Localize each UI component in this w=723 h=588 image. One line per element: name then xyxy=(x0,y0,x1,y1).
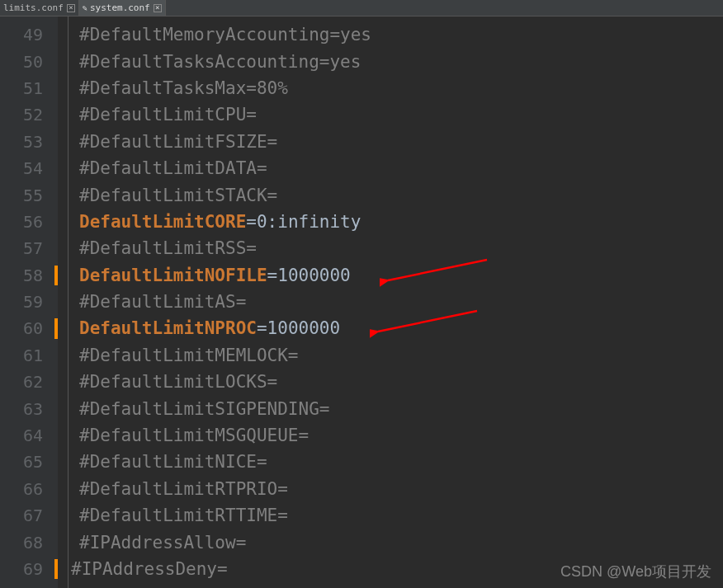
comment-text: #DefaultLimitAS= xyxy=(79,292,246,312)
editor-area[interactable]: 4950515253545556575859606162636465666768… xyxy=(0,16,723,588)
line-number: 62 xyxy=(0,369,58,395)
line-number: 64 xyxy=(0,422,58,449)
line-number: 66 xyxy=(0,476,58,502)
line-number: 50 xyxy=(0,48,58,74)
code-line[interactable]: #DefaultLimitMSGQUEUE= xyxy=(79,422,723,449)
comment-text: #DefaultLimitSTACK= xyxy=(79,186,277,205)
comment-text: #IPAddressAllow= xyxy=(79,533,246,553)
comment-text: #DefaultLimitNICE= xyxy=(79,452,267,472)
equals-sign: = xyxy=(246,212,257,232)
line-number: 52 xyxy=(0,101,58,128)
code-line[interactable]: #DefaultTasksAccounting=yes xyxy=(79,48,723,74)
code-line[interactable]: #DefaultTasksMax=80% xyxy=(79,75,723,101)
comment-text: #DefaultMemoryAccounting=yes xyxy=(79,25,371,45)
line-number: 67 xyxy=(0,502,58,529)
comment-text: #DefaultLimitLOCKS= xyxy=(79,372,277,392)
comment-text: #DefaultTasksMax=80% xyxy=(79,78,288,98)
comment-text: #DefaultLimitRTTIME= xyxy=(79,506,288,525)
line-number: 49 xyxy=(0,21,58,48)
watermark: CSDN @Web项目开发 xyxy=(560,562,711,581)
comment-text: #DefaultLimitCPU= xyxy=(79,105,257,125)
line-number: 60 xyxy=(0,315,58,341)
comment-text: #DefaultLimitMEMLOCK= xyxy=(79,346,299,365)
config-value: 0:infinity xyxy=(257,212,361,232)
code-line[interactable]: #DefaultLimitSTACK= xyxy=(79,181,723,208)
code-line[interactable]: DefaultLimitCORE=0:infinity xyxy=(79,209,723,235)
line-number: 69 xyxy=(0,556,58,582)
tab-limits-conf[interactable]: limits.conf × xyxy=(0,0,79,16)
code-line[interactable]: #DefaultLimitAS= xyxy=(79,289,723,315)
config-key: DefaultLimitCORE xyxy=(79,212,246,232)
comment-text: #DefaultLimitSIGPENDING= xyxy=(79,399,329,419)
code-line[interactable]: #DefaultLimitRTPRIO= xyxy=(79,476,723,502)
line-number: 53 xyxy=(0,129,58,155)
code-line[interactable]: #DefaultLimitSIGPENDING= xyxy=(79,395,723,421)
config-value: 1000000 xyxy=(267,318,341,338)
equals-sign: = xyxy=(257,318,267,338)
line-number: 57 xyxy=(0,235,58,261)
line-number: 55 xyxy=(0,181,58,208)
close-icon[interactable]: × xyxy=(67,4,75,12)
comment-text: #IPAddressDeny= xyxy=(71,559,228,579)
comment-text: #DefaultLimitDATA= xyxy=(79,158,267,178)
line-number: 65 xyxy=(0,449,58,475)
tab-bar: limits.conf × ✎ system.conf × xyxy=(0,0,723,16)
code-line[interactable]: DefaultLimitNOFILE=1000000 xyxy=(79,262,723,289)
code-line[interactable]: #DefaultMemoryAccounting=yes xyxy=(79,21,723,48)
equals-sign: = xyxy=(267,266,278,285)
code-line[interactable]: DefaultLimitNPROC=1000000 xyxy=(79,315,723,341)
code-line[interactable]: #DefaultLimitDATA= xyxy=(79,155,723,181)
tab-label: system.conf xyxy=(90,2,150,13)
line-number: 68 xyxy=(0,529,58,555)
config-value: 1000000 xyxy=(277,266,351,285)
line-number: 61 xyxy=(0,342,58,369)
code-line[interactable]: #DefaultLimitMEMLOCK= xyxy=(79,342,723,369)
close-icon[interactable]: × xyxy=(154,4,162,12)
line-number: 56 xyxy=(0,209,58,235)
comment-text: #DefaultLimitRSS= xyxy=(79,238,257,258)
line-number: 51 xyxy=(0,75,58,101)
tab-label: limits.conf xyxy=(3,2,64,13)
code-line[interactable]: #DefaultLimitLOCKS= xyxy=(79,369,723,395)
code-line[interactable]: #DefaultLimitFSIZE= xyxy=(79,129,723,155)
config-key: DefaultLimitNPROC xyxy=(79,318,257,338)
config-key: DefaultLimitNOFILE xyxy=(79,266,267,285)
comment-text: #DefaultTasksAccounting=yes xyxy=(79,52,361,72)
line-number: 59 xyxy=(0,289,58,315)
code-line[interactable]: #DefaultLimitRTTIME= xyxy=(79,502,723,529)
comment-text: #DefaultLimitRTPRIO= xyxy=(79,479,288,499)
code-content[interactable]: #DefaultMemoryAccounting=yes#DefaultTask… xyxy=(58,16,723,588)
pencil-icon: ✎ xyxy=(83,3,87,12)
line-number: 54 xyxy=(0,155,58,181)
code-line[interactable]: #DefaultLimitCPU= xyxy=(79,101,723,128)
code-line[interactable]: #DefaultLimitRSS= xyxy=(79,235,723,261)
line-number: 63 xyxy=(0,395,58,421)
line-gutter: 4950515253545556575859606162636465666768… xyxy=(0,16,58,588)
code-line[interactable]: #DefaultLimitNICE= xyxy=(79,449,723,475)
comment-text: #DefaultLimitFSIZE= xyxy=(79,132,277,152)
line-number: 58 xyxy=(0,262,58,289)
comment-text: #DefaultLimitMSGQUEUE= xyxy=(79,426,309,445)
code-line[interactable]: #IPAddressAllow= xyxy=(79,529,723,555)
tab-system-conf[interactable]: ✎ system.conf × xyxy=(79,0,166,16)
